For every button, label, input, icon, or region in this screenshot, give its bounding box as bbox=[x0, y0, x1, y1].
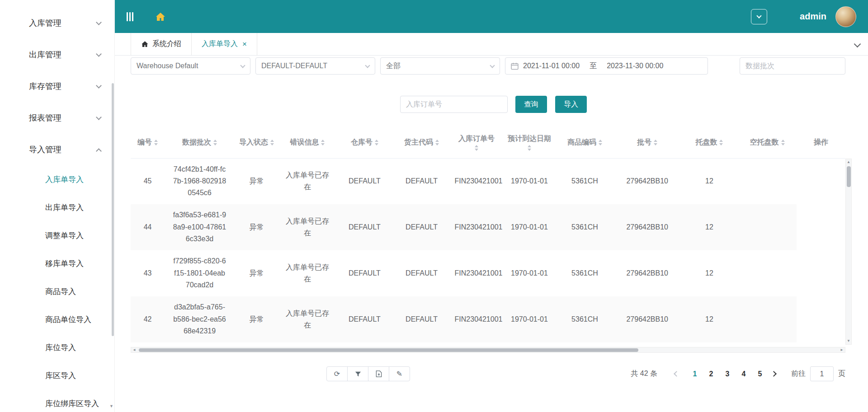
total-count: 共 42 条 bbox=[631, 369, 657, 379]
table-row: 43 f729f855-c820-6f15-1801-04eab70cad2d … bbox=[131, 250, 845, 296]
col-header-id[interactable]: 编号 bbox=[131, 127, 165, 158]
owner-select[interactable]: DEFAULT-DEFAULT bbox=[255, 57, 375, 75]
col-header-empty-pallets[interactable]: 空托盘数 bbox=[738, 127, 797, 158]
col-header-eta[interactable]: 预计到达日期 bbox=[503, 127, 556, 158]
tab-system-intro[interactable]: 系统介绍 bbox=[131, 33, 192, 55]
cell-sku: 5361CH bbox=[556, 158, 613, 204]
footer-row: ⟳ ✎ bbox=[131, 366, 845, 381]
sidebar-subitem-goods-import[interactable]: 商品导入 bbox=[0, 277, 114, 305]
date-end-value[interactable]: 2023-11-30 00:00 bbox=[607, 62, 663, 70]
sort-icon[interactable] bbox=[154, 140, 158, 145]
sidebar-subitem-move-import[interactable]: 移库单导入 bbox=[0, 249, 114, 277]
cell-error: 入库单号已存在 bbox=[278, 296, 336, 342]
col-header-warehouse[interactable]: 仓库号 bbox=[336, 127, 393, 158]
chevron-down-icon bbox=[490, 63, 495, 68]
col-header-action: 操作 bbox=[797, 127, 845, 158]
sort-icon[interactable] bbox=[475, 145, 478, 151]
tab-inbound-import[interactable]: 入库单导入 × bbox=[192, 33, 257, 55]
sidebar-subitem-outbound-import[interactable]: 出库单导入 bbox=[0, 193, 114, 221]
table-horizontal-scrollbar[interactable]: ◄ ► bbox=[131, 347, 845, 353]
col-header-error[interactable]: 错误信息 bbox=[278, 127, 336, 158]
col-header-order-no[interactable]: 入库订单号 bbox=[450, 127, 503, 158]
col-header-batch[interactable]: 数据批次 bbox=[165, 127, 235, 158]
search-button[interactable]: 查询 bbox=[515, 96, 547, 113]
order-no-input[interactable] bbox=[400, 96, 508, 113]
col-header-sku[interactable]: 商品编码 bbox=[556, 127, 613, 158]
sort-icon[interactable] bbox=[654, 140, 657, 145]
sort-icon[interactable] bbox=[375, 140, 378, 145]
sidebar-scrollbar[interactable] bbox=[112, 83, 114, 336]
topbar-dropdown-button[interactable] bbox=[751, 9, 767, 24]
table-toolbar: ⟳ ✎ bbox=[326, 366, 410, 381]
sort-icon[interactable] bbox=[270, 140, 274, 145]
batch-input[interactable] bbox=[740, 57, 845, 75]
col-header-owner[interactable]: 货主代码 bbox=[393, 127, 450, 158]
sidebar-scroll-down-icon[interactable]: ▼ bbox=[109, 404, 113, 408]
scroll-left-icon[interactable]: ◄ bbox=[132, 347, 136, 353]
status-select[interactable]: 全部 bbox=[380, 57, 500, 75]
sidebar-subitem-zone-import[interactable]: 库区导入 bbox=[0, 361, 114, 389]
page-number-1[interactable]: 1 bbox=[687, 370, 703, 378]
goto-page-input[interactable] bbox=[810, 366, 834, 381]
sidebar-item-inventory-mgmt[interactable]: 库存管理 bbox=[0, 70, 114, 102]
import-button[interactable]: 导入 bbox=[555, 96, 587, 113]
date-start-value[interactable]: 2021-11-01 00:00 bbox=[523, 62, 580, 70]
close-icon[interactable]: × bbox=[242, 40, 247, 49]
warehouse-select[interactable]: Warehouse Default bbox=[131, 57, 250, 75]
chevron-down-icon bbox=[240, 63, 245, 68]
sidebar-subitem-goods-unit-import[interactable]: 商品单位导入 bbox=[0, 305, 114, 333]
sort-icon[interactable] bbox=[781, 140, 785, 145]
cell-pallets: 12 bbox=[681, 296, 738, 342]
edit-button[interactable]: ✎ bbox=[389, 366, 410, 381]
cell-batch: 74cf42b1-40ff-fc7b-1968-8029180545c6 bbox=[165, 158, 235, 204]
sidebar-subitem-inbound-import[interactable]: 入库单导入 bbox=[0, 165, 114, 193]
cell-empty-pallets bbox=[738, 158, 797, 204]
avatar[interactable] bbox=[835, 6, 856, 27]
page-number-3[interactable]: 3 bbox=[719, 370, 736, 378]
cell-batch: f729f855-c820-6f15-1801-04eab70cad2d bbox=[165, 250, 235, 296]
collapse-menu-icon[interactable] bbox=[127, 12, 133, 21]
username[interactable]: admin bbox=[800, 11, 826, 22]
sort-icon[interactable] bbox=[528, 145, 531, 151]
tab-label: 系统介绍 bbox=[152, 39, 181, 49]
cell-lot: 279642BB10 bbox=[614, 204, 681, 250]
chevron-down-icon bbox=[96, 114, 102, 120]
sidebar-item-report-mgmt[interactable]: 报表管理 bbox=[0, 102, 114, 134]
sort-icon[interactable] bbox=[719, 140, 723, 145]
next-page-icon[interactable] bbox=[771, 371, 777, 377]
sidebar-item-inbound-mgmt[interactable]: 入库管理 bbox=[0, 7, 114, 39]
col-header-pallets[interactable]: 托盘数 bbox=[681, 127, 738, 158]
table-vertical-scrollbar[interactable]: ▲ ▼ bbox=[845, 159, 852, 345]
cell-id: 45 bbox=[131, 158, 165, 204]
page-number-4[interactable]: 4 bbox=[736, 370, 752, 378]
sidebar-item-import-mgmt[interactable]: 导入管理 bbox=[0, 134, 114, 165]
scroll-down-icon[interactable]: ▼ bbox=[847, 339, 850, 343]
page-number-2[interactable]: 2 bbox=[703, 370, 719, 378]
scroll-right-icon[interactable]: ► bbox=[840, 347, 844, 353]
scroll-up-icon[interactable]: ▲ bbox=[847, 160, 850, 164]
sidebar-item-outbound-mgmt[interactable]: 出库管理 bbox=[0, 39, 114, 70]
sort-icon[interactable] bbox=[213, 140, 217, 145]
tabbar-chevron-down-icon[interactable] bbox=[854, 41, 861, 48]
cell-empty-pallets bbox=[738, 296, 797, 342]
owner-select-value: DEFAULT-DEFAULT bbox=[261, 62, 327, 70]
prev-page-icon[interactable] bbox=[674, 371, 679, 377]
col-header-lot[interactable]: 批号 bbox=[614, 127, 681, 158]
home-icon[interactable] bbox=[155, 11, 166, 22]
tabbar: 系统介绍 入库单导入 × bbox=[115, 33, 868, 56]
sort-icon[interactable] bbox=[435, 140, 439, 145]
refresh-button[interactable]: ⟳ bbox=[326, 366, 348, 381]
col-header-status[interactable]: 导入状态 bbox=[235, 127, 279, 158]
page-number-5[interactable]: 5 bbox=[752, 370, 768, 378]
export-button[interactable] bbox=[368, 366, 389, 381]
sidebar-subitem-location-zone-bind-import[interactable]: 库位绑库区导入 bbox=[0, 389, 114, 412]
sort-icon[interactable] bbox=[321, 140, 325, 145]
scrollbar-thumb[interactable] bbox=[847, 166, 851, 187]
cell-order-no: FIN230421001 bbox=[450, 158, 503, 204]
sort-icon[interactable] bbox=[599, 140, 602, 145]
date-range-picker[interactable]: 2021-11-01 00:00 至 2023-11-30 00:00 bbox=[505, 57, 708, 75]
filter-button[interactable] bbox=[347, 366, 368, 381]
sidebar-subitem-location-import[interactable]: 库位导入 bbox=[0, 333, 114, 361]
scrollbar-thumb[interactable] bbox=[139, 348, 638, 352]
sidebar-subitem-adjust-import[interactable]: 调整单导入 bbox=[0, 221, 114, 249]
